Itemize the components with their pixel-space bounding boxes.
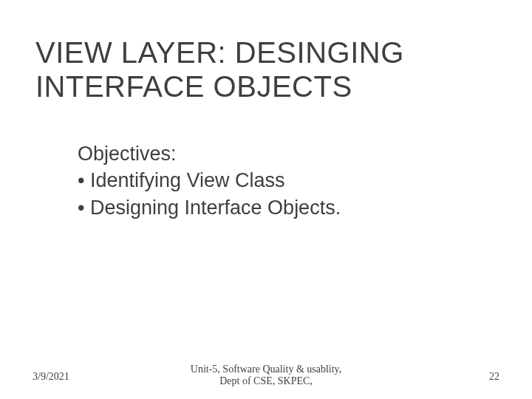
- footer-center-line2: Dept of CSE, SKPEC,: [219, 375, 313, 386]
- objectives-heading: Objectives:: [78, 140, 480, 167]
- slide-body: Objectives: • Identifying View Class • D…: [78, 140, 480, 221]
- bullet-text: Designing Interface Objects.: [90, 197, 341, 219]
- bullet-item: • Designing Interface Objects.: [78, 194, 480, 221]
- bullet-text: Identifying View Class: [90, 169, 285, 191]
- slide-title: VIEW LAYER: DESINGING INTERFACE OBJECTS: [35, 35, 494, 103]
- slide: VIEW LAYER: DESINGING INTERFACE OBJECTS …: [0, 0, 532, 399]
- footer-center-line1: Unit-5, Software Quality & usablity,: [191, 364, 341, 375]
- bullet-item: • Identifying View Class: [78, 167, 480, 194]
- footer-page-number: 22: [489, 371, 499, 383]
- footer-center: Unit-5, Software Quality & usablity, Dep…: [0, 364, 532, 387]
